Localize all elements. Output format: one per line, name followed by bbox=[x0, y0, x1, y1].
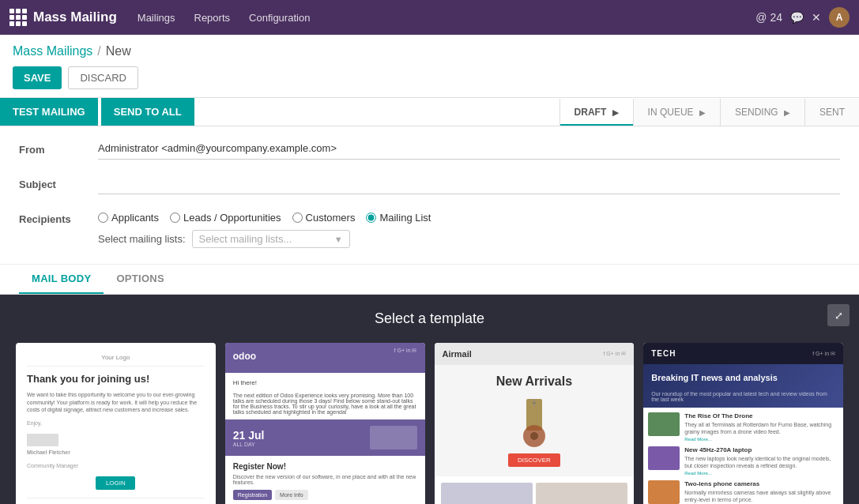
tmpl1-enjoy: Enjoy, bbox=[27, 420, 205, 426]
tmpl4-article1-title: New 45Hz-270A laptop bbox=[684, 446, 838, 453]
radio-mailinglist-label: Mailing List bbox=[379, 212, 431, 224]
tmpl4-article0-body: The Rise Of The Drone They all at Termin… bbox=[684, 412, 838, 442]
breadcrumb-parent[interactable]: Mass Mailings bbox=[13, 44, 92, 58]
breadcrumb: Mass Mailings / New bbox=[13, 44, 846, 58]
tmpl4-article2-img bbox=[648, 480, 680, 504]
send-to-all-button[interactable]: SEND TO ALL bbox=[101, 98, 194, 126]
breadcrumb-separator: / bbox=[97, 44, 100, 58]
tmpl3-logo: Airmail bbox=[443, 349, 472, 359]
tmpl3-discover-btn: DISCOVER bbox=[508, 453, 560, 467]
radio-customers[interactable]: Customers bbox=[292, 212, 356, 224]
tmpl3-products: Gibson Les Paul Junior Check out the top… bbox=[435, 476, 635, 504]
apps-grid-icon[interactable] bbox=[9, 9, 27, 26]
tmpl2-allday: ALL DAY bbox=[233, 442, 265, 447]
tmpl4-logo: TECH bbox=[651, 349, 676, 358]
tmpl4-article2-body: Two-lens phone cameras Normally mirrorle… bbox=[684, 480, 838, 504]
tmpl3-guitar-img bbox=[503, 395, 566, 450]
recipients-row: Recipients Applicants Leads / Opportunit… bbox=[19, 212, 840, 248]
tmpl2-date: 21 Jul bbox=[233, 429, 265, 442]
toolbar-left: TEST MAILING SEND TO ALL bbox=[0, 98, 194, 126]
tmpl4-article2-title: Two-lens phone cameras bbox=[684, 480, 838, 487]
top-navigation: Mass Mailing Mailings Reports Configurat… bbox=[0, 0, 859, 35]
from-row: From Administrator <admin@yourcompany.ex… bbox=[19, 142, 840, 166]
tmpl4-article0-desc: They all at Terminals at Rotterdam for F… bbox=[684, 421, 838, 435]
tmpl3-social: f G+ in ✉ bbox=[603, 351, 626, 357]
at-sign: @ bbox=[755, 11, 767, 24]
tmpl2-body: The next edition of Odoo Experience look… bbox=[225, 393, 425, 419]
template-card-airmail[interactable]: Airmail f G+ in ✉ New Arrivals bbox=[435, 343, 635, 504]
subject-row: Subject bbox=[19, 177, 840, 201]
tmpl3-product0-img bbox=[441, 483, 533, 504]
tmpl2-register: Register Now! Discover the new version o… bbox=[225, 456, 425, 504]
mailing-list-dropdown[interactable]: Select mailing lists... ▼ bbox=[192, 230, 350, 248]
radio-applicants-input[interactable] bbox=[98, 213, 108, 223]
template-card-tech[interactable]: TECH f G+ in ✉ Breaking IT news and anal… bbox=[643, 343, 843, 504]
toolbar-row: TEST MAILING SEND TO ALL DRAFT ▶ IN QUEU… bbox=[0, 98, 859, 126]
draft-arrow: ▶ bbox=[612, 108, 619, 117]
tmpl4-hero-text-container: Breaking IT news and analysis Our roundu… bbox=[643, 364, 843, 402]
breadcrumb-bar: Mass Mailings / New SAVE DISCARD bbox=[0, 35, 859, 98]
avatar[interactable]: A bbox=[829, 7, 850, 28]
tmpl4-article-1: New 45Hz-270A laptop The new laptops loo… bbox=[648, 446, 838, 476]
radio-applicants[interactable]: Applicants bbox=[98, 212, 159, 224]
template-tech-content: TECH f G+ in ✉ Breaking IT news and anal… bbox=[643, 343, 843, 504]
template-card-welcome[interactable]: Your Logo Thank you for joining us! We w… bbox=[16, 343, 216, 504]
template-welcome-content: Your Logo Thank you for joining us! We w… bbox=[16, 343, 216, 504]
notification-count: 24 bbox=[770, 11, 782, 24]
tmpl4-article1-readmore: Read More... bbox=[684, 471, 838, 476]
tmpl2-logo: odoo bbox=[233, 351, 256, 362]
template-card-odoo-event[interactable]: odoo f G+ in ✉ Hi there! The next editio… bbox=[225, 343, 425, 504]
template-event-content: odoo f G+ in ✉ Hi there! The next editio… bbox=[225, 343, 425, 504]
tmpl2-header: odoo f G+ in ✉ bbox=[225, 343, 425, 373]
save-button[interactable]: SAVE bbox=[13, 66, 62, 89]
tab-mail-body[interactable]: MAIL BODY bbox=[19, 265, 104, 294]
subject-label: Subject bbox=[19, 177, 98, 190]
tmpl4-article1-img bbox=[648, 446, 680, 470]
radio-applicants-label: Applicants bbox=[111, 212, 159, 224]
tmpl1-footer: YourCompany Unsubscribe | Contact bbox=[27, 498, 205, 504]
mailing-list-placeholder: Select mailing lists... bbox=[199, 233, 292, 245]
template-selector-title: Select a template bbox=[16, 310, 843, 327]
tab-options[interactable]: OPTIONS bbox=[104, 265, 177, 294]
templates-grid: Your Logo Thank you for joining us! We w… bbox=[16, 343, 843, 504]
select-ml-label: Select mailing lists: bbox=[98, 233, 186, 245]
tmpl2-greeting: Hi there! bbox=[225, 373, 425, 393]
radio-leads[interactable]: Leads / Opportunities bbox=[170, 212, 281, 224]
chat-icon[interactable]: 💬 bbox=[790, 11, 804, 24]
tmpl4-header: TECH f G+ in ✉ bbox=[643, 343, 843, 364]
tmpl2-btn1: Registration bbox=[233, 490, 272, 500]
template-airmail-content: Airmail f G+ in ✉ New Arrivals bbox=[435, 343, 635, 504]
action-buttons: SAVE DISCARD bbox=[13, 66, 846, 89]
tmpl2-social: f G+ in ✉ bbox=[394, 348, 417, 354]
test-mailing-button[interactable]: TEST MAILING bbox=[0, 98, 98, 126]
tmpl4-hero-title: Breaking IT news and analysis bbox=[643, 364, 843, 391]
nav-reports[interactable]: Reports bbox=[186, 7, 239, 28]
radio-customers-input[interactable] bbox=[292, 213, 303, 223]
close-icon[interactable]: ✕ bbox=[812, 11, 821, 24]
from-value[interactable]: Administrator <admin@yourcompany.example… bbox=[98, 142, 840, 160]
status-tab-sent[interactable]: SENT bbox=[804, 99, 859, 126]
radio-mailinglist-input[interactable] bbox=[366, 213, 376, 223]
app-title: Mass Mailing bbox=[33, 9, 117, 25]
template-expand-button[interactable]: ⤢ bbox=[827, 304, 850, 326]
nav-mailings[interactable]: Mailings bbox=[130, 7, 183, 28]
main-content: From Administrator <admin@yourcompany.ex… bbox=[0, 126, 859, 504]
nav-configuration[interactable]: Configuration bbox=[241, 7, 318, 28]
tmpl3-arrivals: New Arrivals bbox=[443, 374, 627, 389]
tmpl2-event-thumbnail bbox=[370, 426, 417, 449]
status-tabs: DRAFT ▶ IN QUEUE ▶ SENDING ▶ SENT bbox=[559, 99, 859, 126]
tmpl4-article0-title: The Rise Of The Drone bbox=[684, 412, 838, 419]
subject-input[interactable] bbox=[98, 177, 840, 194]
recipients-radio-group: Applicants Leads / Opportunities Custome… bbox=[98, 212, 431, 224]
status-tab-inqueue[interactable]: IN QUEUE ▶ bbox=[633, 99, 720, 126]
radio-leads-input[interactable] bbox=[170, 213, 180, 223]
radio-mailing-list[interactable]: Mailing List bbox=[366, 212, 431, 224]
discard-button[interactable]: DISCARD bbox=[68, 66, 138, 89]
status-tab-draft[interactable]: DRAFT ▶ bbox=[559, 99, 633, 126]
app-logo[interactable]: Mass Mailing bbox=[9, 9, 117, 26]
tmpl1-signer: Michael Fletcher bbox=[27, 449, 205, 455]
status-tab-sending[interactable]: SENDING ▶ bbox=[720, 99, 804, 126]
tmpl4-article-2: Two-lens phone cameras Normally mirrorle… bbox=[648, 480, 838, 504]
notifications-button[interactable]: @ 24 bbox=[755, 11, 782, 24]
tmpl3-header: Airmail f G+ in ✉ bbox=[435, 343, 635, 365]
